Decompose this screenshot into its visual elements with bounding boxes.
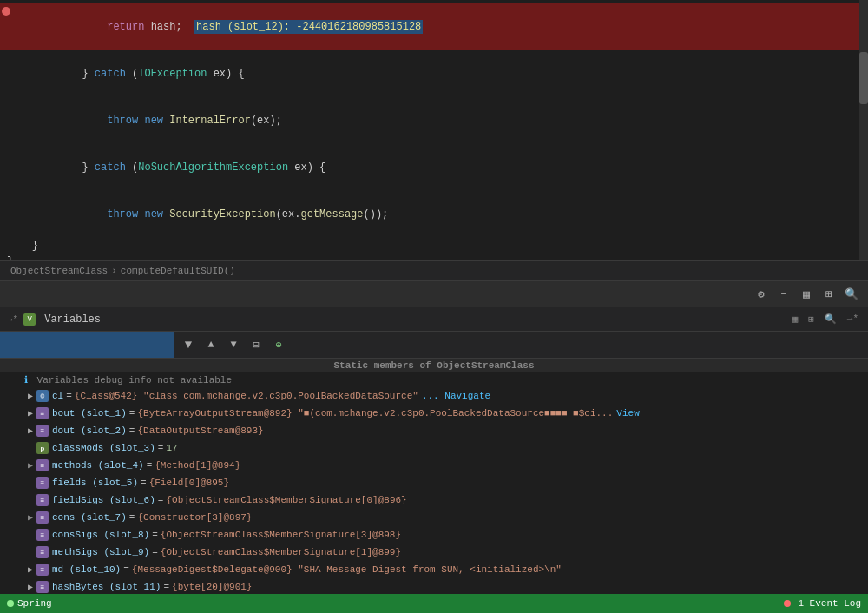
debug-toolbar: ⚙ – ▦ ⊞ 🔍 [0, 281, 868, 307]
navigate-link[interactable]: ... Navigate [422, 391, 490, 401]
filter-btn[interactable]: ⊟ [247, 335, 266, 354]
code-line: throw new SecurityException(ex.getMessag… [0, 191, 868, 238]
field-icon: ≡ [36, 425, 49, 437]
panel-header-left: →* [7, 314, 18, 325]
panel-title: Variables [44, 313, 101, 326]
settings-icon[interactable]: ⚙ [752, 285, 771, 304]
close-search-icon[interactable]: 🔍 [842, 285, 861, 304]
breadcrumb-sep: › [111, 266, 117, 276]
field-icon: ≡ [36, 529, 49, 541]
list-item[interactable]: ▶ ≡ methSigs (slot_9) = {ObjectStreamCla… [0, 544, 868, 561]
debug-info-text: Variables debug info not available [37, 375, 232, 386]
table-view-icon[interactable]: ▦ [790, 313, 801, 326]
list-item[interactable]: ▶ ≡ md (slot_10) = {MessageDigest$Delega… [0, 561, 868, 578]
var-header-row: Static members of ObjectStreamClass [0, 359, 868, 372]
var-header-text: Static members of ObjectStreamClass [333, 360, 534, 371]
gear-icon-area: ⚙ – [752, 285, 793, 304]
list-item[interactable]: ▶ ≡ fieldSigs (slot_6) = {ObjectStreamCl… [0, 491, 868, 509]
variables-toolbar-row: ▼ ▲ ▼ ⊟ ⊕ [0, 332, 868, 359]
field-icon: ≡ [36, 564, 49, 576]
line-content: } [7, 238, 861, 254]
dropdown-btn[interactable]: ▼ [179, 335, 198, 354]
field-icon: ≡ [36, 494, 49, 506]
class-icon: © [36, 390, 49, 402]
variables-content[interactable]: Static members of ObjectStreamClass ℹ Va… [0, 359, 868, 613]
expand-arrow[interactable]: ▶ [24, 564, 36, 576]
add-btn[interactable]: ⊕ [269, 335, 288, 354]
code-line: throw new InternalError(ex); [0, 97, 868, 144]
vars-toolbar-buttons: ▼ ▲ ▼ ⊟ ⊕ [174, 335, 293, 354]
expand-arrow[interactable]: ▶ [24, 425, 36, 437]
list-item[interactable]: ▶ ≡ bout (slot_1) = {ByteArrayOutputStre… [0, 405, 868, 422]
var-list: Static members of ObjectStreamClass ℹ Va… [0, 359, 868, 613]
list-item[interactable]: ▶ ≡ hashBytes (slot_11) = {byte[20]@901} [0, 578, 868, 596]
primitive-icon: p [36, 442, 49, 454]
code-content: return hash; hash (slot_12): -2440162180… [0, 0, 868, 260]
line-content: throw new SecurityException(ex.getMessag… [7, 191, 861, 238]
status-left: Spring [7, 598, 52, 609]
field-icon: ≡ [36, 546, 49, 558]
line-content: throw new InternalError(ex); [7, 97, 861, 144]
expand-arrow[interactable]: ▶ [24, 459, 36, 471]
breadcrumb-class[interactable]: ObjectStreamClass [10, 266, 108, 276]
expand-arrow[interactable]: ▶ [24, 581, 36, 593]
expand-arrow[interactable]: ▶ [24, 407, 36, 419]
editor-scrollbar[interactable] [859, 0, 868, 260]
line-content-highlight: return hash; hash (slot_12): -2440162180… [7, 3, 861, 50]
breadcrumb-method[interactable]: computeDefaultSUID() [121, 266, 235, 276]
code-line: return hash; hash (slot_12): -2440162180… [0, 3, 868, 50]
status-label: Spring [17, 598, 52, 609]
down-btn[interactable]: ▼ [224, 335, 243, 354]
status-right: 1 Event Log [784, 598, 861, 609]
list-item[interactable]: ▶ ≡ methods (slot_4) = {Method[1]@894} [0, 457, 868, 474]
variables-panel: →* V Variables ▦ ⊞ 🔍 →* ▼ ▲ ▼ ⊟ ⊕ Static… [0, 307, 868, 613]
panel-arrow-right[interactable]: →* [845, 313, 861, 326]
expand-arrow[interactable]: ▶ [24, 390, 36, 402]
search-panel-icon[interactable]: 🔍 [822, 313, 839, 326]
code-editor: return hash; hash (slot_12): -2440162180… [0, 0, 868, 260]
variables-icon: V [23, 313, 36, 326]
list-item[interactable]: ▶ ≡ cons (slot_7) = {Constructor[3]@897} [0, 509, 868, 526]
field-icon: ≡ [36, 477, 49, 489]
code-line: } catch (NoSuchAlgorithmException ex) { [0, 144, 868, 191]
field-icon: ≡ [36, 407, 49, 419]
code-line: } [0, 238, 868, 254]
error-dot [2, 7, 10, 16]
list-item[interactable]: ▶ ≡ consSigs (slot_8) = {ObjectStreamCla… [0, 526, 868, 544]
editor-scrollbar-thumb[interactable] [859, 52, 868, 104]
line-content: } [7, 254, 861, 260]
var-info-row: ℹ Variables debug info not available [0, 372, 868, 387]
copy-icon[interactable]: ⊞ [806, 313, 817, 326]
event-log-label[interactable]: 1 Event Log [798, 598, 861, 609]
list-item[interactable]: ▶ p classMods (slot_3) = 17 [0, 439, 868, 457]
code-line: } catch (IOException ex) { [0, 50, 868, 97]
status-dot [7, 600, 14, 607]
field-icon: ≡ [36, 581, 49, 593]
debug-info-icon: ℹ [24, 375, 28, 386]
layout-icon[interactable]: ▦ [797, 285, 816, 304]
field-icon: ≡ [36, 511, 49, 524]
list-item[interactable]: ▶ © cl = {Class@542} "class com.mchange.… [0, 387, 868, 405]
status-bar: Spring 1 Event Log [0, 594, 868, 613]
list-item[interactable]: ▶ ≡ fields (slot_5) = {Field[0]@895} [0, 474, 868, 491]
status-err-dot [784, 600, 791, 607]
view-link[interactable]: View [616, 408, 639, 419]
field-icon: ≡ [36, 459, 49, 471]
panel-header-icons: ▦ ⊞ 🔍 →* [790, 313, 861, 326]
line-content: } catch (IOException ex) { [7, 50, 861, 97]
line-content: } catch (NoSuchAlgorithmException ex) { [7, 144, 861, 191]
expand-arrow[interactable]: ▶ [24, 511, 36, 524]
list-item[interactable]: ▶ ≡ dout (slot_2) = {DataOutputStream@89… [0, 422, 868, 439]
panel-arrow-left[interactable]: →* [7, 314, 18, 325]
up-btn[interactable]: ▲ [201, 335, 220, 354]
restore-icon[interactable]: ⊞ [819, 285, 838, 304]
selected-frame-indicator [0, 332, 174, 358]
settings-icon-2[interactable]: – [774, 285, 793, 304]
code-line: } [0, 254, 868, 260]
panel-header: →* V Variables ▦ ⊞ 🔍 →* [0, 307, 868, 332]
breadcrumb: ObjectStreamClass › computeDefaultSUID() [0, 260, 868, 281]
